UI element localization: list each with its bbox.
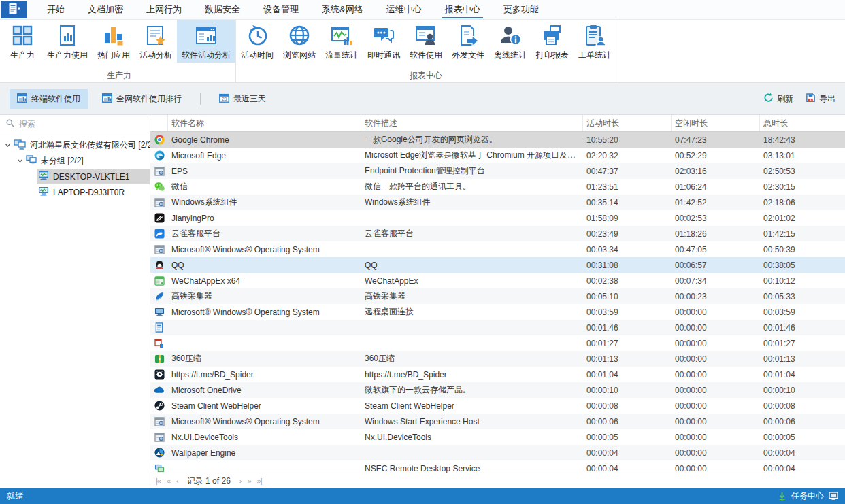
next-page-button[interactable]: › (239, 477, 242, 485)
ribbon-button-browse-websites[interactable]: 浏览网站 (278, 20, 320, 63)
column-header-active[interactable]: 活动时长 (583, 115, 672, 131)
menu-item-more-features[interactable]: 更多功能 (492, 0, 550, 19)
ribbon-button-productivity-usage[interactable]: 生产力使用 (42, 20, 93, 63)
last-page-button[interactable]: »| (257, 477, 262, 485)
menu-item-device-management[interactable]: 设备管理 (252, 0, 310, 19)
table-row[interactable]: QQQQ00:31:0800:06:5700:38:05 (150, 257, 845, 273)
cell-idle-duration: 00:00:00 (672, 354, 760, 364)
wechatappex-icon (150, 276, 168, 286)
ribbon-button-instant-messaging[interactable]: 即时通讯 (363, 20, 405, 63)
ribbon-button-print-reports[interactable]: 打印报表 (531, 20, 574, 63)
tab-network-software-ranking[interactable]: 全网软件使用排行 (95, 89, 189, 109)
ribbon-button-hot-apps[interactable]: 热门应用 (93, 20, 135, 63)
cell-active-duration: 00:35:14 (583, 198, 672, 207)
table-row[interactable]: Microsoft® Windows® Operating SystemWind… (150, 414, 845, 429)
table-row[interactable]: Wallpaper Engine00:00:0400:00:0000:00:04 (150, 445, 845, 460)
doc-chart-icon (56, 24, 79, 47)
table-row[interactable]: https://t.me/BD_Spiderhttps://t.me/BD_Sp… (150, 367, 845, 382)
ribbon-button-software-activity-analysis[interactable]: 软件活动分析 (177, 20, 235, 63)
fast-next-page-button[interactable]: » (247, 477, 250, 485)
edge-icon (150, 150, 168, 161)
steam-icon (150, 401, 168, 411)
app-menu-button[interactable] (1, 1, 27, 18)
remote-desktop-status-icon[interactable] (829, 492, 838, 501)
table-row[interactable]: 微信微信一款跨平台的通讯工具。01:23:5101:06:2402:30:15 (150, 179, 845, 195)
cell-software-description: 高铁采集器 (361, 290, 583, 302)
main-content: 搜索 河北瀚星辰文化传媒有限公司 [2/2]未分组 [2/2]DESKTOP-V… (0, 115, 845, 488)
cell-software-description: 远程桌面连接 (361, 306, 583, 318)
cell-idle-duration: 00:00:00 (672, 417, 760, 426)
tab-endpoint-software-usage[interactable]: 终端软件使用 (10, 89, 88, 109)
cell-software-description: 360压缩 (361, 353, 583, 365)
table-row[interactable]: Microsoft EdgeMicrosoft Edge浏览器是微软基于 Chr… (150, 148, 845, 163)
tree-item-endpoint-laptop[interactable]: LAPTOP-D9J3IT0R (0, 184, 150, 200)
table-row[interactable]: Google Chrome一款Google公司开发的网页浏览器。10:55:20… (150, 132, 845, 148)
qq-icon (150, 260, 168, 270)
menu-item-report-center[interactable]: 报表中心 (433, 0, 492, 19)
ribbon-button-label: 流量统计 (325, 50, 358, 61)
column-header-name[interactable]: 软件名称 (168, 115, 361, 131)
ribbon-button-work-order-stats[interactable]: 工单统计 (574, 20, 616, 63)
cell-software-name: WeChatAppEx x64 (168, 276, 361, 286)
ribbon-button-traffic-stats[interactable]: 流量统计 (320, 20, 363, 63)
table-row[interactable]: EPSEndpoint Protection管理控制平台00:47:3702:0… (150, 163, 845, 179)
menu-item-system-network[interactable]: 系统&网络 (310, 0, 375, 19)
ribbon-button-activity-time[interactable]: 活动时间 (236, 20, 278, 63)
table-row[interactable]: Microsoft® Windows® Operating System远程桌面… (150, 304, 845, 320)
column-header-idle[interactable]: 空闲时长 (672, 115, 760, 131)
table-row[interactable]: JianyingPro01:58:0900:02:5302:01:02 (150, 210, 845, 226)
search-box[interactable]: 搜索 (0, 115, 150, 133)
table-row[interactable]: 00:01:4600:00:0000:01:46 (150, 320, 845, 335)
tree-item-group-ungrouped[interactable]: 未分组 [2/2] (0, 153, 150, 169)
table-row[interactable]: 云雀客服平台云雀客服平台00:23:4901:18:2601:42:15 (150, 226, 845, 241)
table-row[interactable]: 高铁采集器高铁采集器00:05:1000:00:2300:05:33 (150, 288, 845, 304)
cell-total-duration: 00:05:33 (760, 292, 845, 301)
menu-item-data-security[interactable]: 数据安全 (193, 0, 252, 19)
menu-item-start[interactable]: 开始 (35, 0, 76, 19)
download-tasks-icon[interactable] (778, 492, 786, 501)
globe-icon (288, 24, 311, 47)
date-filter-button[interactable]: 23 最近三天 (212, 89, 274, 109)
window-tab-icon (102, 93, 112, 105)
column-header-total[interactable]: 总时长 (760, 115, 845, 131)
ribbon-button-label: 活动时间 (241, 50, 274, 61)
menu-item-doc-encryption[interactable]: 文档加密 (76, 0, 135, 19)
cell-total-duration: 02:18:06 (760, 198, 845, 207)
cell-software-name: Microsoft® Windows® Operating System (168, 245, 361, 254)
table-row[interactable]: 00:01:2700:00:0000:01:27 (150, 335, 845, 351)
ribbon-button-software-usage[interactable]: 软件使用 (405, 20, 447, 63)
column-header-desc[interactable]: 软件描述 (361, 115, 583, 131)
table-row[interactable]: Microsoft OneDrive微软旗下的一款云存储产品。00:00:100… (150, 382, 845, 398)
refresh-button[interactable]: 刷新 (763, 93, 793, 105)
printer-icon (541, 24, 564, 47)
tree-item-company[interactable]: 河北瀚星辰文化传媒有限公司 [2/2] (0, 137, 150, 153)
table-body: Google Chrome一款Google公司开发的网页浏览器。10:55:20… (150, 132, 845, 473)
menu-item-ops-center[interactable]: 运维中心 (375, 0, 433, 19)
table-row[interactable]: WeChatAppEx x64WeChatAppEx00:02:3800:07:… (150, 273, 845, 288)
tree-item-endpoint-desktop[interactable]: DESKTOP-VLKTLE1 (0, 169, 150, 184)
group-icon (26, 155, 37, 167)
cell-idle-duration: 01:18:26 (672, 229, 760, 239)
window-tab-icon (17, 93, 27, 105)
menu-item-internet-behavior[interactable]: 上网行为 (135, 0, 193, 19)
export-button[interactable]: A导出 (806, 93, 835, 105)
table-row[interactable]: Nx.UI.DeviceToolsNx.UI.DeviceTools00:00:… (150, 429, 845, 445)
table-row[interactable]: 360压缩360压缩00:01:1300:00:0000:01:13 (150, 351, 845, 367)
table-row[interactable]: Windows系统组件Windows系统组件00:35:1401:42:5202… (150, 195, 845, 210)
cell-software-name: Microsoft® Windows® Operating System (168, 307, 361, 317)
ribbon-button-productivity[interactable]: 生产力 (3, 20, 42, 63)
table-row[interactable]: Microsoft® Windows® Operating System00:0… (150, 241, 845, 257)
table-row[interactable]: NSEC Remote Desktop Service00:00:0400:00… (150, 460, 845, 473)
cell-total-duration: 00:01:27 (760, 339, 845, 348)
task-center-button[interactable]: 任务中心 (791, 490, 824, 502)
cell-total-duration: 00:00:10 (760, 386, 845, 395)
first-page-button[interactable]: |« (156, 477, 161, 485)
prev-page-button[interactable]: ‹ (176, 477, 178, 485)
ribbon-button-offline-stats[interactable]: 离线统计 (489, 20, 531, 63)
ribbon-button-outgoing-files[interactable]: 外发文件 (447, 20, 489, 63)
ribbon-button-activity-analysis[interactable]: 活动分析 (135, 20, 177, 63)
table-row[interactable]: Steam Client WebHelperSteam Client WebHe… (150, 398, 845, 414)
cell-software-name: Wallpaper Engine (168, 448, 361, 458)
cell-total-duration: 00:00:06 (760, 417, 845, 426)
fast-prev-page-button[interactable]: « (167, 477, 170, 485)
